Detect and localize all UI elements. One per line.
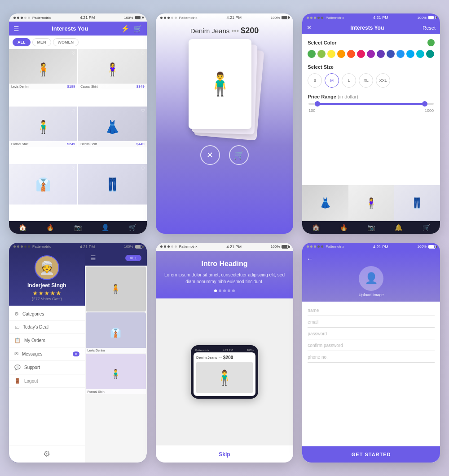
back-button[interactable]: ← bbox=[307, 255, 313, 262]
cart-icon[interactable]: 🛒 bbox=[133, 24, 142, 33]
heart-icon-6[interactable]: ♡ bbox=[141, 166, 145, 171]
name-field[interactable] bbox=[308, 305, 435, 316]
product-info-1: Levis Denim $199 bbox=[9, 84, 77, 89]
filter-icon[interactable]: ⚡ bbox=[121, 24, 130, 33]
size-xl[interactable]: XL bbox=[359, 73, 373, 88]
status-bar-6: Patternotrix 4:21 PM 100% bbox=[302, 243, 440, 251]
color-light-blue[interactable] bbox=[406, 50, 414, 58]
product-card-4[interactable]: 👗 ♡ Denim Shirt $449 bbox=[78, 107, 146, 147]
color-purple[interactable] bbox=[367, 50, 375, 58]
product-info-3: Formal Shirt $249 bbox=[9, 141, 77, 147]
color-deep-purple[interactable] bbox=[377, 50, 385, 58]
nav-cart-3[interactable]: 🛒 bbox=[423, 224, 430, 231]
upload-avatar[interactable]: 👤 bbox=[359, 266, 383, 291]
orders-icon: 📋 bbox=[14, 338, 21, 343]
nav-cart[interactable]: 🛒 bbox=[129, 224, 136, 231]
confirm-password-field[interactable] bbox=[308, 340, 435, 351]
profile-name: Inderjeet Singh bbox=[27, 282, 66, 289]
nav-trending[interactable]: 🔥 bbox=[46, 224, 54, 231]
color-blue[interactable] bbox=[396, 50, 405, 58]
profile-sidebar: 👳 Inderjeet Singh ★★★★★ (277 Votes Cast)… bbox=[9, 251, 85, 463]
nav-camera[interactable]: 📷 bbox=[74, 224, 82, 231]
slider-thumb-right[interactable] bbox=[422, 101, 427, 107]
menu-todays-deal[interactable]: 🏷 Today's Deal bbox=[9, 321, 85, 334]
preview-2: 🧍‍♀️ bbox=[348, 185, 394, 221]
message-badge: 6 bbox=[73, 351, 79, 356]
menu-logout[interactable]: 🚪 Logout bbox=[9, 374, 85, 388]
filter-title: Interests You bbox=[350, 25, 384, 31]
register-top: ← 👤 Upload Image bbox=[302, 251, 440, 302]
email-field[interactable] bbox=[308, 317, 435, 328]
nav-home[interactable]: 🏠 bbox=[19, 224, 26, 231]
size-xxl[interactable]: XXL bbox=[376, 73, 390, 88]
color-green[interactable] bbox=[308, 50, 316, 58]
add-to-cart-button[interactable]: 🛒 bbox=[229, 145, 249, 165]
menu-list: ⚙ Categories 🏷 Today's Deal 📋 My Orders … bbox=[9, 306, 85, 445]
reset-button[interactable]: Reset bbox=[423, 25, 436, 31]
product-preview-panel: ☰ ALL 🧍 👔 Levis Denim 🧍‍♂️ Formal Shirt bbox=[85, 251, 147, 463]
nav-trending-3[interactable]: 🔥 bbox=[340, 224, 348, 231]
profile-avatar: 👳 bbox=[35, 255, 59, 280]
heart-icon-3[interactable]: ♡ bbox=[71, 108, 75, 113]
stack-card-front[interactable]: 🧍‍♂️ bbox=[189, 39, 251, 129]
phone-register: Patternotrix 4:21 PM 100% ← 👤 Upload Ima… bbox=[302, 243, 440, 463]
menu-messages[interactable]: ✉ Messages 6 bbox=[9, 347, 85, 361]
hamburger-icon[interactable]: ☰ bbox=[13, 25, 19, 32]
menu-my-orders[interactable]: 📋 My Orders bbox=[9, 334, 85, 347]
product-card-3[interactable]: 🧍‍♂️ ♡ Formal Shirt $249 bbox=[9, 107, 77, 147]
product-card-1[interactable]: 🧍 ♡ Levis Denim $199 bbox=[9, 49, 77, 89]
size-s[interactable]: S bbox=[308, 73, 322, 88]
panel-hamburger[interactable]: ☰ bbox=[90, 254, 96, 262]
intro-heading: Intro Heading bbox=[163, 260, 286, 268]
color-pink[interactable] bbox=[357, 50, 365, 58]
color-orange[interactable] bbox=[337, 50, 345, 58]
heart-icon-2[interactable]: ♡ bbox=[141, 51, 145, 56]
get-started-button[interactable]: GET STARTED bbox=[302, 446, 440, 463]
menu-support[interactable]: 💬 Support bbox=[9, 361, 85, 374]
color-yellow[interactable] bbox=[327, 50, 335, 58]
product-card-2[interactable]: 🧍‍♀️ ♡ Casual Shirt $349 bbox=[78, 49, 146, 89]
size-l[interactable]: L bbox=[342, 73, 356, 88]
price-slider: 100 1000 bbox=[308, 103, 435, 113]
all-button[interactable]: ALL bbox=[125, 255, 141, 261]
nav-profile-3[interactable]: 🔔 bbox=[395, 224, 402, 231]
product-card-5[interactable]: 👔 ♡ bbox=[9, 164, 77, 205]
tab-men[interactable]: MEN bbox=[32, 38, 51, 46]
filter-tab-bar: ALL MEN WOMEN bbox=[9, 36, 147, 49]
heart-icon-5[interactable]: ♡ bbox=[71, 166, 75, 171]
panel-product-3[interactable]: 🧍‍♂️ Formal Shirt bbox=[86, 354, 146, 394]
nav-home-3[interactable]: 🏠 bbox=[312, 224, 320, 231]
tab-all[interactable]: ALL bbox=[13, 38, 31, 46]
panel-product-1[interactable]: 🧍 bbox=[86, 267, 146, 311]
nav-profile[interactable]: 👤 bbox=[101, 224, 109, 231]
tab-women[interactable]: WOMEN bbox=[53, 38, 79, 46]
close-icon[interactable]: ✕ bbox=[307, 24, 312, 31]
password-field[interactable] bbox=[308, 329, 435, 339]
slider-track[interactable] bbox=[308, 103, 434, 105]
color-lime[interactable] bbox=[317, 50, 326, 58]
phone-field[interactable] bbox=[308, 352, 435, 363]
slider-thumb-left[interactable] bbox=[315, 101, 320, 107]
color-indigo[interactable] bbox=[387, 50, 395, 58]
heart-icon-1[interactable]: ♡ bbox=[71, 51, 75, 56]
phone-product-detail: Patternotrix 4:21 PM 100% Denim Jeans ••… bbox=[156, 13, 294, 234]
color-cyan[interactable] bbox=[416, 50, 424, 58]
phone3-header: ✕ Interests You Reset bbox=[302, 22, 440, 34]
heart-icon-4[interactable]: ♡ bbox=[141, 108, 145, 113]
color-red-orange[interactable] bbox=[347, 50, 355, 58]
nav-camera-3[interactable]: 📷 bbox=[367, 224, 375, 231]
phone1-header: ☰ Interests You ⚡ 🛒 bbox=[9, 22, 147, 36]
close-button[interactable]: ✕ bbox=[200, 145, 220, 165]
intro-body: Lorem ipsum dolor sit amet, consectetuer… bbox=[163, 271, 286, 285]
inner-product-image: 🧍‍♂️ bbox=[196, 362, 253, 393]
size-m[interactable]: M bbox=[325, 73, 339, 88]
dot-3 bbox=[223, 289, 226, 292]
carrier-dots: Patternotrix bbox=[13, 16, 51, 20]
panel-product-2[interactable]: 👔 Levis Denim bbox=[86, 312, 146, 353]
settings-icon[interactable]: ⚙ bbox=[43, 449, 50, 459]
color-teal[interactable] bbox=[426, 50, 434, 58]
product-price: $200 bbox=[241, 26, 259, 36]
menu-categories[interactable]: ⚙ Categories bbox=[9, 307, 85, 321]
skip-button[interactable]: Skip bbox=[219, 451, 230, 458]
product-card-6[interactable]: 👖 ♡ bbox=[78, 164, 146, 205]
